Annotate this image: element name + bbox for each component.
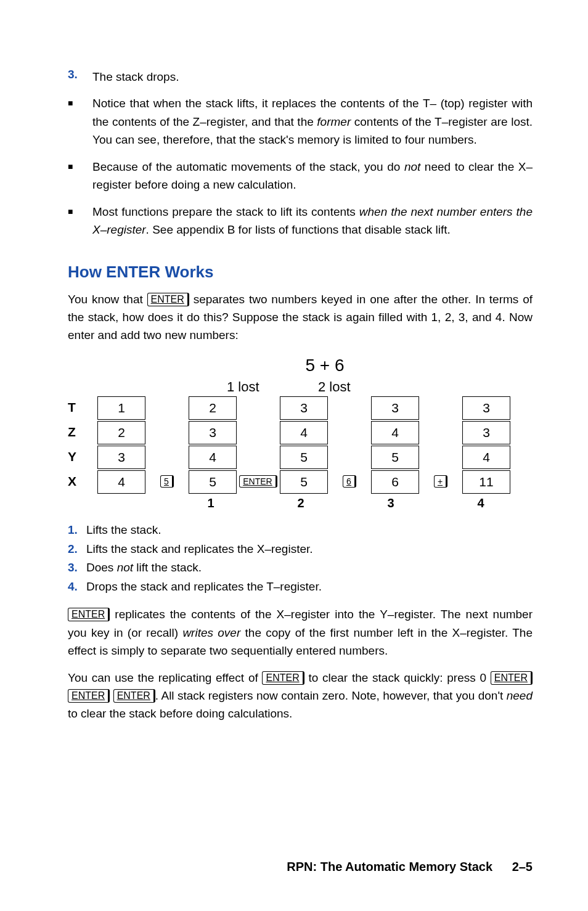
list-text-3: The stack drops. bbox=[92, 68, 533, 86]
register-label-T: T bbox=[68, 400, 97, 415]
cell: 2 bbox=[189, 396, 237, 420]
key-6-icon: 6 bbox=[343, 475, 356, 488]
bullet-2: ■ Because of the automatic movements of … bbox=[68, 158, 533, 194]
register-label-Y: Y bbox=[68, 449, 97, 464]
ol-text: Lifts the stack and replicates the X–reg… bbox=[86, 541, 313, 558]
cell: 4 bbox=[462, 446, 510, 469]
ol-marker: 4. bbox=[68, 578, 86, 596]
enter-key-icon: ENTER bbox=[239, 475, 277, 488]
page: 3. The stack drops. ■ Notice that when t… bbox=[0, 0, 588, 911]
footer-page-number: 2–5 bbox=[512, 860, 533, 873]
step-numbers: 1 2 3 4 bbox=[97, 496, 533, 510]
key-gap-2: ENTER bbox=[237, 475, 280, 488]
enter-key-icon: ENTER bbox=[113, 689, 155, 703]
cell: 3 bbox=[189, 421, 237, 444]
cell: 3 bbox=[371, 396, 419, 420]
ol-2: 2. Lifts the stack and replicates the X–… bbox=[68, 541, 533, 558]
row-Y: Y 3 4 5 5 4 bbox=[68, 444, 533, 469]
para-3: You can use the replicating effect of EN… bbox=[68, 669, 533, 723]
cell: 3 bbox=[462, 396, 510, 420]
bullet-3b: . See appendix B for lists of functions … bbox=[146, 223, 451, 236]
expression: 5 + 6 bbox=[117, 356, 533, 375]
para-3d: to clear the stack before doing calculat… bbox=[68, 707, 292, 720]
cell: 4 bbox=[97, 470, 145, 494]
row-X: X 4 5 5 ENTER 5 6 6 + 11 bbox=[68, 469, 533, 494]
cell: 2 bbox=[97, 421, 145, 444]
bullet-2-text: Because of the automatic movements of th… bbox=[92, 158, 533, 194]
step-2: 2 bbox=[277, 496, 324, 510]
bullet-2a: Because of the automatic movements of th… bbox=[92, 160, 404, 173]
para-3a: You can use the replicating effect of bbox=[68, 671, 262, 684]
cell: 4 bbox=[280, 421, 328, 444]
bullet-marker: ■ bbox=[68, 203, 92, 239]
para-1a: You know that bbox=[68, 293, 147, 306]
bullet-3-text: Most functions prepare the stack to lift… bbox=[92, 203, 533, 239]
bullet-marker: ■ bbox=[68, 158, 92, 194]
bullet-3a: Most functions prepare the stack to lift… bbox=[92, 205, 359, 218]
row-T: T 1 2 3 3 3 bbox=[68, 395, 533, 420]
ol-3: 3. Does not lift the stack. bbox=[68, 559, 533, 577]
ol-4: 4. Drops the stack and replicates the T–… bbox=[68, 578, 533, 596]
enter-key-icon: ENTER bbox=[491, 671, 533, 685]
key-5-icon: 5 bbox=[160, 475, 174, 488]
ol-marker: 2. bbox=[68, 541, 86, 558]
cell: 6 bbox=[371, 470, 419, 494]
step-3: 3 bbox=[367, 496, 414, 510]
ol-marker: 1. bbox=[68, 521, 86, 539]
lost-1: 1 lost bbox=[227, 379, 276, 395]
page-footer: RPN: The Automatic Memory Stack 2–5 bbox=[287, 860, 533, 874]
cell: 4 bbox=[189, 446, 237, 469]
footer-title: RPN: The Automatic Memory Stack bbox=[287, 860, 492, 873]
step-4: 4 bbox=[457, 496, 504, 510]
cell: 4 bbox=[371, 421, 419, 444]
para-3c: . All stack registers now contain zero. … bbox=[155, 689, 507, 702]
lost-row: 1 lost 2 lost bbox=[97, 379, 533, 395]
bullet-1-former: former bbox=[317, 115, 351, 128]
cell: 3 bbox=[280, 396, 328, 420]
stack-diagram: 5 + 6 1 lost 2 lost T 1 2 3 3 3 Z 2 3 4 … bbox=[68, 356, 533, 510]
plus-key-icon: + bbox=[434, 475, 447, 488]
ol-text: Drops the stack and replicates the T–reg… bbox=[86, 578, 322, 596]
para-1: You know that ENTER separates two number… bbox=[68, 290, 533, 345]
enter-key-icon: ENTER bbox=[68, 608, 110, 621]
ol-1: 1. Lifts the stack. bbox=[68, 521, 533, 539]
list-marker-3: 3. bbox=[68, 68, 92, 86]
cell: 5 bbox=[280, 446, 328, 469]
para-3b: to clear the stack quickly: press 0 bbox=[304, 671, 491, 684]
ol-text: Lifts the stack. bbox=[86, 521, 161, 539]
cell: 3 bbox=[97, 446, 145, 469]
para-2: ENTER replicates the contents of the X–r… bbox=[68, 605, 533, 660]
register-label-X: X bbox=[68, 474, 97, 489]
cell: 5 bbox=[371, 446, 419, 469]
cell: 5 bbox=[280, 470, 328, 494]
para-2-writes: writes over bbox=[182, 626, 240, 639]
key-gap-4: + bbox=[419, 475, 462, 488]
bullet-1: ■ Notice that when the stack lifts, it r… bbox=[68, 94, 533, 149]
list-item-3: 3. The stack drops. bbox=[68, 68, 533, 86]
lost-2: 2 lost bbox=[318, 379, 367, 395]
cell: 1 bbox=[97, 396, 145, 420]
key-gap-1: 5 bbox=[145, 475, 189, 488]
cell: 11 bbox=[462, 470, 510, 494]
register-label-Z: Z bbox=[68, 425, 97, 439]
key-gap-3: 6 bbox=[328, 475, 371, 488]
bullet-1-text: Notice that when the stack lifts, it rep… bbox=[92, 94, 533, 149]
bullet-3: ■ Most functions prepare the stack to li… bbox=[68, 203, 533, 239]
cell: 3 bbox=[462, 421, 510, 444]
ol-text: Does not lift the stack. bbox=[86, 559, 202, 577]
cell: 5 bbox=[189, 470, 237, 494]
para-3-need: need bbox=[507, 689, 533, 702]
step-1: 1 bbox=[187, 496, 234, 510]
enter-key-icon: ENTER bbox=[262, 671, 304, 685]
enter-key-icon: ENTER bbox=[147, 293, 189, 306]
bullet-marker: ■ bbox=[68, 94, 92, 149]
bullet-2-not: not bbox=[404, 160, 420, 173]
heading-how-enter-works: How ENTER Works bbox=[68, 263, 533, 282]
row-Z: Z 2 3 4 4 3 bbox=[68, 420, 533, 444]
enter-key-icon: ENTER bbox=[68, 689, 110, 703]
ol-marker: 3. bbox=[68, 559, 86, 577]
